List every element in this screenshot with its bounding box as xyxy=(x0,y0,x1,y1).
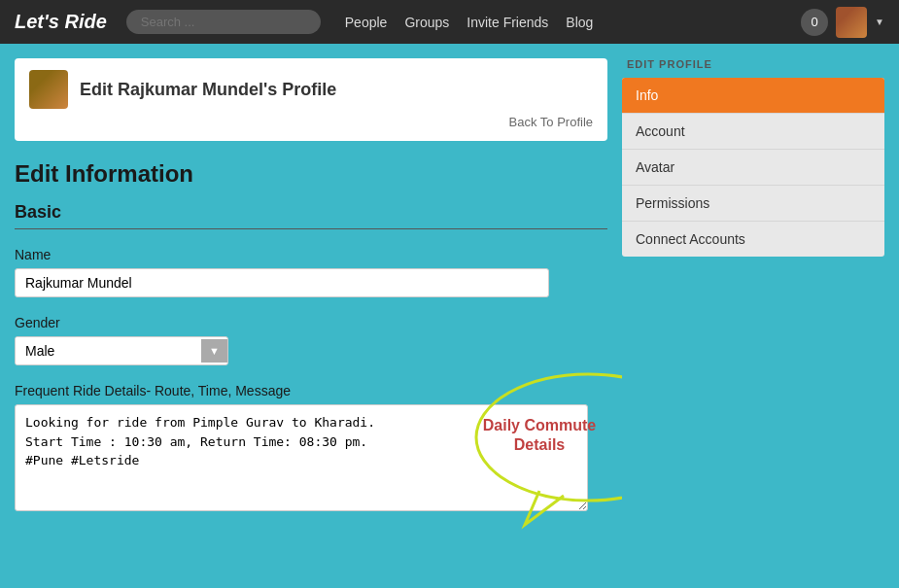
nav-invite-friends[interactable]: Invite Friends xyxy=(467,15,548,30)
basic-heading: Basic xyxy=(15,202,607,229)
navbar: Let's Ride People Groups Invite Friends … xyxy=(0,0,899,44)
profile-title: Edit Rajkumar Mundel's Profile xyxy=(80,80,336,100)
profile-header-box: Edit Rajkumar Mundel's Profile Back To P… xyxy=(15,58,607,141)
gender-field: Gender Male Female Other ▼ xyxy=(15,315,607,365)
nav-links: People Groups Invite Friends Blog xyxy=(345,15,594,30)
gender-label: Gender xyxy=(15,315,607,330)
sidebar-item-permissions[interactable]: Permissions xyxy=(622,186,884,222)
chevron-down-icon[interactable]: ▼ xyxy=(875,17,884,27)
name-label: Name xyxy=(15,247,607,262)
avatar-image xyxy=(836,7,867,38)
notification-badge[interactable]: 0 xyxy=(801,9,828,36)
sidebar-item-account[interactable]: Account xyxy=(622,114,884,150)
profile-header-top: Edit Rajkumar Mundel's Profile xyxy=(29,70,593,109)
sidebar-menu: Info Account Avatar Permissions Connect … xyxy=(622,78,884,257)
avatar[interactable] xyxy=(836,7,867,38)
page-wrapper: Let's Ride People Groups Invite Friends … xyxy=(0,0,899,530)
gender-select[interactable]: Male Female Other xyxy=(16,337,201,364)
sidebar-section-label: EDIT PROFILE xyxy=(622,58,884,70)
name-field: Name xyxy=(15,247,607,297)
gender-select-wrapper: Male Female Other ▼ xyxy=(15,336,228,365)
nav-blog[interactable]: Blog xyxy=(566,15,593,30)
sidebar-item-avatar[interactable]: Avatar xyxy=(622,150,884,186)
back-to-profile-link[interactable]: Back To Profile xyxy=(29,115,593,129)
sidebar: EDIT PROFILE Info Account Avatar Permiss… xyxy=(622,58,884,515)
ride-details-textarea[interactable]: Looking for ride from Pimple Gurav to Kh… xyxy=(15,404,588,511)
content-area: Edit Rajkumar Mundel's Profile Back To P… xyxy=(15,58,607,515)
nav-right: 0 ▼ xyxy=(801,7,884,38)
search-input[interactable] xyxy=(126,10,321,34)
sidebar-item-info[interactable]: Info xyxy=(622,78,884,114)
edit-info-heading: Edit Information xyxy=(15,160,607,188)
site-logo: Let's Ride xyxy=(15,11,107,33)
name-input[interactable] xyxy=(15,268,549,297)
gender-dropdown-button[interactable]: ▼ xyxy=(201,339,227,363)
nav-people[interactable]: People xyxy=(345,15,388,30)
main-container: Edit Rajkumar Mundel's Profile Back To P… xyxy=(0,44,899,530)
profile-avatar xyxy=(29,70,68,109)
sidebar-item-connect-accounts[interactable]: Connect Accounts xyxy=(622,222,884,257)
ride-details-label: Frequent Ride Details- Route, Time, Mess… xyxy=(15,383,607,398)
nav-groups[interactable]: Groups xyxy=(404,15,449,30)
ride-details-field: Frequent Ride Details- Route, Time, Mess… xyxy=(15,383,607,515)
